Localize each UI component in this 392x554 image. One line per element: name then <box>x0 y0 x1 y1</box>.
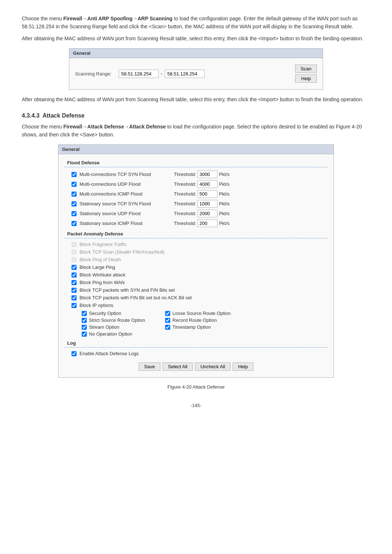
flood-check-2[interactable] <box>72 192 77 197</box>
flood-input-5[interactable] <box>197 219 217 227</box>
anomaly-check-4[interactable] <box>72 272 77 278</box>
list-item: Security Option <box>82 311 162 316</box>
flood-threshold-5: Threshold: Pkt/s <box>174 219 229 227</box>
log-divider <box>64 347 328 348</box>
ip-opt-check-4[interactable] <box>82 325 87 330</box>
anomaly-check-2[interactable] <box>72 257 77 262</box>
flood-divider <box>64 167 328 167</box>
anomaly-check-3[interactable] <box>72 265 77 270</box>
flood-label-3: Stationary source TCP SYN Flood <box>79 201 174 206</box>
anomaly-divider <box>64 238 328 238</box>
anomaly-check-0[interactable] <box>72 242 77 247</box>
flood-input-2[interactable] <box>197 190 217 198</box>
flood-label-4: Stationary source UDP Flood <box>79 211 174 216</box>
ip-opt-check-2[interactable] <box>82 318 87 323</box>
ip-opt-check-3[interactable] <box>165 318 170 323</box>
flood-defense-title: Flood Defense <box>67 160 328 165</box>
list-item: Block TCP packets with FIN Bit set but n… <box>64 294 328 301</box>
section-heading-attack: 4.3.4.3 Attack Defense <box>22 112 370 119</box>
flood-check-1[interactable] <box>72 182 77 187</box>
flood-label-1: Multi-connections UDP Flood <box>79 181 174 187</box>
attack-defense-header: General <box>58 145 334 154</box>
scan-button[interactable]: Scan <box>295 65 317 73</box>
log-check[interactable] <box>72 351 77 356</box>
anomaly-check-5[interactable] <box>72 280 77 285</box>
scan-inputs: - <box>119 70 291 78</box>
flood-threshold-3: Threshold: Pkt/s <box>174 200 229 208</box>
table-row: Stationary source ICMP Flood Threshold: … <box>64 218 328 228</box>
list-item: Block WinNuke attack <box>64 271 328 279</box>
list-item: Block Large Ping <box>64 263 328 271</box>
scan-input-to[interactable] <box>165 70 205 78</box>
list-item: Loose Source Route Option <box>165 311 245 316</box>
anomaly-label-8: Block IP options <box>79 303 113 308</box>
flood-input-0[interactable] <box>197 171 217 178</box>
list-item: Timestamp Option <box>165 324 245 330</box>
flood-label-2: Multi-connections ICMP Flood <box>79 191 174 197</box>
list-item: Block TCP Scan (Stealth FIN/Xmas/Null) <box>64 248 328 256</box>
anomaly-label-0: Block Fragment Traffic <box>79 242 127 247</box>
attack-intro: Choose the menu Firewall→Attack Defense→… <box>22 123 370 139</box>
flood-check-5[interactable] <box>72 221 77 226</box>
flood-check-4[interactable] <box>72 211 77 216</box>
save-button[interactable]: Save <box>139 362 160 371</box>
ip-opt-label-0: Security Option <box>89 311 121 316</box>
list-item: Block Ping of Death <box>64 256 328 263</box>
flood-label-0: Multi-connections TCP SYN Flood <box>79 172 174 177</box>
general-scan-header: General <box>69 49 323 58</box>
ip-opt-check-5[interactable] <box>165 325 170 330</box>
table-row: Stationary source UDP Flood Threshold: P… <box>64 209 328 218</box>
anomaly-label-6: Block TCP packets with SYN and FIN Bits … <box>79 287 175 293</box>
flood-check-3[interactable] <box>72 201 77 206</box>
flood-rows-container: Multi-connections TCP SYN Flood Threshol… <box>64 169 328 228</box>
ip-options-grid: Security Option Loose Source Route Optio… <box>82 311 328 337</box>
ip-opt-check-1[interactable] <box>165 311 170 316</box>
section-title: Attack Defense <box>42 112 85 119</box>
menu-path-1: Firewall→Anti ARP Spoofing→ARP Scanning <box>63 16 172 21</box>
ip-opt-label-6: No Operation Option <box>89 331 132 337</box>
ip-opt-label-1: Loose Source Route Option <box>172 311 230 316</box>
attack-defense-box: General Flood Defense Multi-connections … <box>58 144 334 378</box>
flood-threshold-2: Threshold: Pkt/s <box>174 190 229 198</box>
ip-opt-label-4: Stream Option <box>89 324 119 330</box>
list-item: Record Route Option <box>165 317 245 323</box>
attack-menu-path: Firewall→Attack Defense→Attack Defense <box>63 124 166 130</box>
flood-input-4[interactable] <box>197 210 217 217</box>
scan-input-from[interactable] <box>119 70 159 78</box>
anomaly-label-2: Block Ping of Death <box>79 257 121 262</box>
page-number: -145- <box>22 402 370 410</box>
flood-label-5: Stationary source ICMP Flood <box>79 221 174 226</box>
flood-threshold-1: Threshold: Pkt/s <box>174 180 229 188</box>
intro-paragraph-2: After obtaining the MAC address of WAN p… <box>22 34 370 42</box>
scan-separator: - <box>161 71 163 77</box>
flood-check-0[interactable] <box>72 172 77 177</box>
ip-opt-check-0[interactable] <box>82 311 87 316</box>
help-button-scan[interactable]: Help <box>295 74 317 83</box>
anomaly-rows-container: Block Fragment Traffic Block TCP Scan (S… <box>64 241 328 337</box>
scan-buttons: Scan Help <box>295 65 317 83</box>
ip-opt-label-5: Timestamp Option <box>172 324 211 330</box>
section-number: 4.3.4.3 <box>22 112 40 119</box>
help-button-attack[interactable]: Help <box>233 362 253 371</box>
import-paragraph: After obtaining the MAC address of WAN p… <box>22 95 370 103</box>
general-scan-box: General Scanning Range: - Scan Help <box>69 48 323 90</box>
table-row: Multi-connections TCP SYN Flood Threshol… <box>64 169 328 179</box>
list-item: No Operation Option <box>82 331 162 337</box>
table-row: Multi-connections UDP Flood Threshold: P… <box>64 179 328 189</box>
log-title: Log <box>67 340 328 346</box>
list-item: Strict Source Route Option <box>82 317 162 323</box>
anomaly-check-7[interactable] <box>72 295 77 300</box>
ip-opt-check-6[interactable] <box>82 332 87 337</box>
flood-threshold-4: Threshold: Pkt/s <box>174 210 229 217</box>
anomaly-check-1[interactable] <box>72 250 77 255</box>
anomaly-label-7: Block TCP packets with FIN Bit set but n… <box>79 295 192 300</box>
flood-input-1[interactable] <box>197 180 217 188</box>
scan-label: Scanning Range: <box>75 71 119 77</box>
anomaly-check-8[interactable] <box>72 303 77 308</box>
ip-opt-label-2: Strict Source Route Option <box>89 317 145 323</box>
uncheck-all-button[interactable]: Uncheck All <box>195 362 230 371</box>
select-all-button[interactable]: Select All <box>163 362 193 371</box>
anomaly-check-6[interactable] <box>72 288 77 293</box>
flood-input-3[interactable] <box>197 200 217 208</box>
list-item: Block Fragment Traffic <box>64 241 328 248</box>
